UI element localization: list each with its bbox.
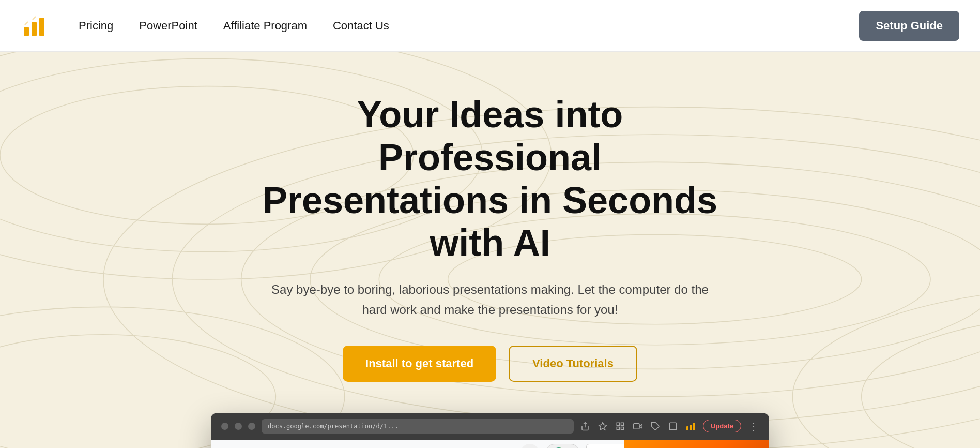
- svg-rect-2: [39, 18, 44, 36]
- browser-url-text: docs.google.com/presentation/d/1...: [268, 423, 399, 430]
- logo-icon: [21, 12, 48, 39]
- svg-rect-16: [693, 423, 695, 430]
- svg-line-4: [33, 17, 36, 20]
- browser-right-panel: [624, 440, 769, 448]
- svg-rect-1: [32, 22, 37, 36]
- install-button[interactable]: Install to get started: [343, 346, 496, 382]
- browser-url-bar[interactable]: docs.google.com/presentation/d/1...: [262, 419, 574, 434]
- svg-rect-13: [669, 423, 677, 430]
- browser-preview: docs.google.com/presentation/d/1...: [211, 413, 769, 448]
- svg-rect-9: [621, 427, 623, 429]
- camera-icon[interactable]: [633, 421, 643, 431]
- svg-rect-8: [617, 427, 619, 429]
- hero-content: Your Ideas into Professional Presentatio…: [257, 52, 723, 413]
- nav-link-powerpoint[interactable]: PowerPoint: [139, 19, 197, 33]
- svg-line-3: [25, 22, 28, 25]
- meet-button[interactable]: ▾: [545, 444, 580, 448]
- browser-dot-2: [235, 423, 242, 430]
- browser-bar: docs.google.com/presentation/d/1...: [211, 413, 769, 440]
- svg-rect-14: [686, 426, 688, 430]
- nav-link-affiliate[interactable]: Affiliate Program: [223, 19, 307, 33]
- extension-icon[interactable]: [650, 421, 661, 431]
- svg-rect-0: [24, 27, 29, 36]
- browser-content: ▾ Slideshow ▾: [211, 440, 769, 448]
- comment-icon[interactable]: [520, 444, 539, 448]
- hero-buttons: Install to get started Video Tutorials: [257, 346, 723, 382]
- logo[interactable]: [21, 12, 48, 39]
- nav-link-contact[interactable]: Contact Us: [333, 19, 389, 33]
- svg-rect-7: [621, 423, 623, 425]
- hero-subtitle: Say bye-bye to boring, laborious present…: [257, 280, 723, 320]
- hero-title: Your Ideas into Professional Presentatio…: [257, 93, 723, 264]
- svg-marker-10: [639, 424, 642, 428]
- hero-section: Your Ideas into Professional Presentatio…: [0, 52, 980, 448]
- bookmark-icon[interactable]: [598, 421, 608, 431]
- nav-link-pricing[interactable]: Pricing: [79, 19, 113, 33]
- share-icon[interactable]: [580, 421, 590, 431]
- more-options-icon[interactable]: ⋮: [748, 421, 759, 431]
- svg-marker-5: [599, 422, 606, 429]
- navbar: Pricing PowerPoint Affiliate Program Con…: [0, 0, 980, 52]
- browser-update-button[interactable]: Update: [703, 420, 741, 432]
- svg-rect-11: [634, 424, 639, 429]
- browser-toolbar-icons: Update ⋮: [580, 420, 759, 432]
- browser-dot-3: [248, 423, 255, 430]
- setup-guide-button[interactable]: Setup Guide: [859, 11, 959, 41]
- grid-icon[interactable]: [615, 421, 625, 431]
- video-tutorials-button[interactable]: Video Tutorials: [509, 346, 637, 382]
- dark-mode-icon[interactable]: [668, 421, 678, 431]
- browser-dot-1: [221, 423, 228, 430]
- nav-links: Pricing PowerPoint Affiliate Program Con…: [79, 19, 859, 33]
- svg-rect-6: [617, 423, 619, 425]
- magicslides-extension-icon[interactable]: [685, 421, 696, 431]
- svg-rect-15: [690, 425, 692, 430]
